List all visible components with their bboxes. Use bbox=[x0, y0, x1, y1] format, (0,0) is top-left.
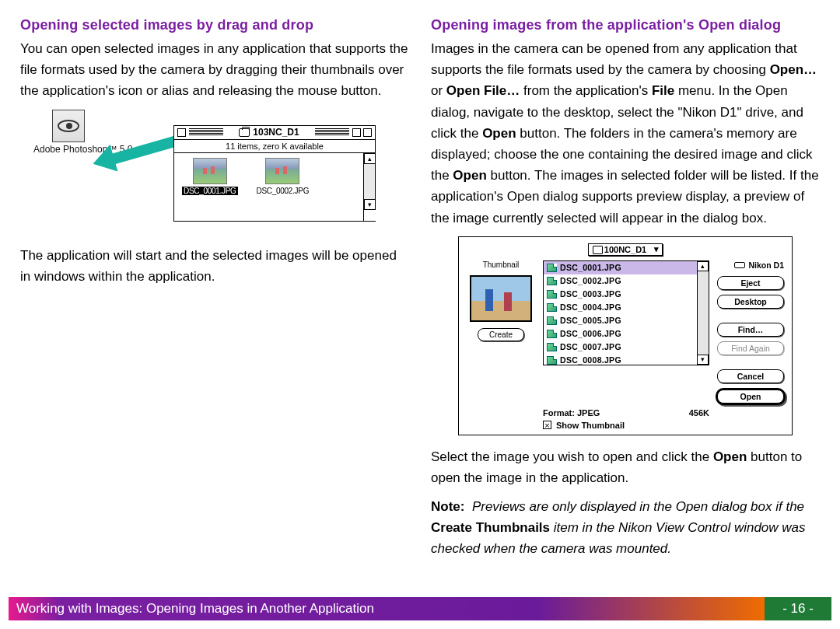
footer-breadcrumb: Working with Images: Opening Images in A… bbox=[9, 597, 765, 620]
scrollbar[interactable]: ▴ ▾ bbox=[697, 261, 709, 365]
para-left-2: The application will start and the selec… bbox=[20, 245, 409, 287]
file-name: DSC_0002.JPG bbox=[257, 187, 310, 195]
eye-icon bbox=[58, 120, 79, 132]
jpeg-file-icon bbox=[547, 303, 557, 312]
list-item[interactable]: DSC_0008.JPG bbox=[544, 354, 709, 367]
zoom-box-icon[interactable] bbox=[352, 128, 361, 137]
jpeg-file-icon bbox=[547, 264, 557, 272]
image-thumbnail-icon bbox=[265, 158, 299, 184]
heading-drag-drop: Opening selected images by drag and drop bbox=[20, 17, 409, 33]
image-thumbnail-icon bbox=[193, 158, 227, 184]
drive-label: Nikon D1 bbox=[717, 260, 784, 270]
eject-button[interactable]: Eject bbox=[717, 276, 784, 290]
file-size-label: 456K bbox=[689, 408, 709, 418]
file-item[interactable]: DSC_0002.JPG bbox=[257, 158, 310, 218]
show-thumbnail-label: Show Thumbnail bbox=[556, 421, 625, 430]
list-item[interactable]: DSC_0001.JPG bbox=[544, 261, 709, 274]
close-box-icon[interactable] bbox=[177, 128, 186, 137]
photoshop-app-icon bbox=[52, 110, 85, 142]
page-number: - 16 - bbox=[765, 597, 831, 620]
show-thumbnail-checkbox[interactable]: × bbox=[543, 421, 551, 429]
finder-window: 103NC_D1 11 items, zero K available bbox=[173, 125, 376, 222]
note-paragraph: Note: Previews are only displayed in the… bbox=[431, 496, 820, 560]
jpeg-file-icon bbox=[547, 277, 557, 285]
scroll-down-icon[interactable]: ▾ bbox=[697, 355, 709, 365]
scrollbar[interactable]: ▴ ▾ bbox=[363, 153, 375, 221]
jpeg-file-icon bbox=[547, 290, 557, 299]
finder-status-bar: 11 items, zero K available bbox=[174, 140, 375, 153]
collapse-box-icon[interactable] bbox=[363, 128, 372, 137]
volume-icon bbox=[239, 128, 250, 137]
list-item[interactable]: DSC_0003.JPG bbox=[544, 288, 709, 301]
open-button[interactable]: Open bbox=[717, 390, 784, 404]
jpeg-file-icon bbox=[547, 343, 557, 351]
jpeg-file-icon bbox=[547, 356, 557, 365]
format-label: Format: JPEG bbox=[543, 408, 600, 418]
file-item[interactable]: DSC_0001.JPG bbox=[182, 158, 238, 218]
scroll-up-icon[interactable]: ▴ bbox=[364, 153, 376, 164]
figure-open-dialog: 100NC_D1 Thumbnail Create DSC_0001.JPG D… bbox=[458, 236, 793, 435]
list-item[interactable]: DSC_0002.JPG bbox=[544, 274, 709, 288]
jpeg-file-icon bbox=[547, 330, 557, 338]
list-item[interactable]: DSC_0007.JPG bbox=[544, 341, 709, 354]
para-right-1: Images in the camera can be opened from … bbox=[431, 38, 820, 229]
titlebar-stripes bbox=[189, 128, 223, 136]
find-again-button[interactable]: Find Again bbox=[717, 341, 784, 355]
list-item[interactable]: DSC_0004.JPG bbox=[544, 301, 709, 314]
create-button[interactable]: Create bbox=[478, 328, 524, 341]
scroll-up-icon[interactable]: ▴ bbox=[697, 261, 709, 271]
scroll-down-icon[interactable]: ▾ bbox=[364, 199, 376, 210]
para-right-2: Select the image you wish to open and cl… bbox=[431, 446, 820, 488]
finder-window-title: 103NC_D1 bbox=[253, 127, 299, 138]
cancel-button[interactable]: Cancel bbox=[717, 369, 784, 383]
find-button[interactable]: Find… bbox=[717, 323, 784, 337]
preview-image bbox=[470, 275, 532, 322]
open-dialog-window: 100NC_D1 Thumbnail Create DSC_0001.JPG D… bbox=[458, 236, 793, 435]
page-footer: Working with Images: Opening Images in A… bbox=[9, 597, 831, 620]
list-item[interactable]: DSC_0005.JPG bbox=[544, 314, 709, 327]
list-item[interactable]: DSC_0006.JPG bbox=[544, 327, 709, 341]
file-list[interactable]: DSC_0001.JPG DSC_0002.JPG DSC_0003.JPG D… bbox=[543, 260, 709, 365]
heading-open-dialog: Opening images from the application's Op… bbox=[431, 17, 820, 33]
thumbnail-label: Thumbnail bbox=[483, 260, 520, 269]
titlebar-stripes bbox=[315, 128, 349, 136]
drive-icon bbox=[734, 262, 745, 268]
figure-drag-drop: Adobe Photoshop™ 5.0 103NC_D1 bbox=[55, 110, 374, 234]
folder-popup[interactable]: 100NC_D1 bbox=[588, 243, 663, 256]
file-name-selected: DSC_0001.JPG bbox=[182, 187, 238, 195]
jpeg-file-icon bbox=[547, 316, 557, 325]
desktop-button[interactable]: Desktop bbox=[717, 295, 784, 309]
para-left-1: You can open selected images in any appl… bbox=[20, 38, 409, 102]
